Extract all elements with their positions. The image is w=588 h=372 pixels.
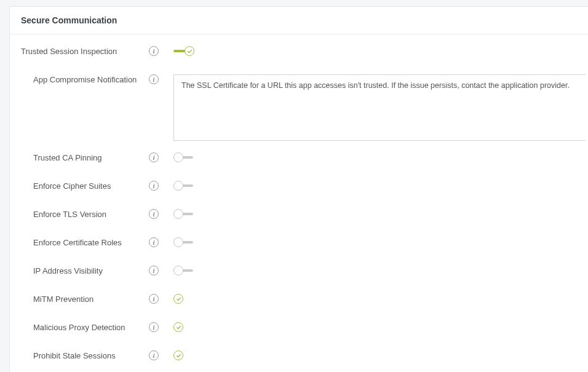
toggle-trusted-session[interactable] bbox=[173, 46, 194, 56]
toggle-malicious-proxy[interactable] bbox=[173, 322, 183, 332]
toggle-cipher-suites[interactable] bbox=[173, 181, 194, 191]
label-ip-visibility: IP Address Visibility bbox=[10, 265, 149, 275]
row-trusted-ca: Trusted CA Pinning i bbox=[10, 152, 588, 180]
info-icon[interactable]: i bbox=[149, 46, 159, 56]
label-tls-version: Enforce TLS Version bbox=[10, 208, 149, 219]
check-icon bbox=[176, 296, 181, 302]
toggle-stale-sessions[interactable] bbox=[173, 350, 183, 360]
app-compromise-textarea[interactable] bbox=[173, 74, 586, 141]
row-trusted-session: Trusted Session Inspection i bbox=[10, 46, 588, 74]
label-cipher-suites: Enforce Cipher Suites bbox=[10, 180, 149, 191]
toggle-cert-roles[interactable] bbox=[173, 237, 194, 247]
info-icon[interactable]: i bbox=[149, 237, 159, 247]
info-icon[interactable]: i bbox=[149, 350, 159, 360]
label-stale-sessions: Prohibit Stale Sessions bbox=[10, 350, 149, 360]
label-malicious-proxy: Malicious Proxy Detection bbox=[10, 322, 149, 332]
label-cert-roles: Enforce Certificate Roles bbox=[10, 237, 149, 247]
row-ip-visibility: IP Address Visibility i bbox=[10, 265, 588, 293]
panel-body: Trusted Session Inspection i bbox=[10, 34, 588, 372]
toggle-trusted-ca[interactable] bbox=[173, 152, 194, 162]
info-icon[interactable]: i bbox=[149, 152, 159, 162]
row-cipher-suites: Enforce Cipher Suites i bbox=[10, 180, 588, 208]
label-trusted-session: Trusted Session Inspection bbox=[10, 46, 149, 56]
row-malicious-proxy: Malicious Proxy Detection i bbox=[10, 322, 588, 350]
label-app-compromise: App Compromise Notification bbox=[10, 74, 149, 84]
info-icon[interactable]: i bbox=[149, 209, 159, 219]
label-mitm: MiTM Prevention bbox=[10, 293, 149, 304]
info-icon[interactable]: i bbox=[149, 322, 159, 332]
info-icon[interactable]: i bbox=[149, 294, 159, 304]
check-icon bbox=[187, 49, 193, 54]
panel-title: Secure Communication bbox=[21, 15, 577, 25]
toggle-ip-visibility[interactable] bbox=[173, 266, 194, 275]
row-stale-sessions: Prohibit Stale Sessions i bbox=[10, 350, 588, 372]
toggle-mitm[interactable] bbox=[173, 294, 183, 304]
check-icon bbox=[176, 325, 181, 330]
info-icon[interactable]: i bbox=[149, 266, 159, 275]
info-icon[interactable]: i bbox=[149, 74, 159, 84]
row-mitm: MiTM Prevention i bbox=[10, 293, 588, 322]
label-trusted-ca: Trusted CA Pinning bbox=[10, 152, 149, 162]
toggle-tls-version[interactable] bbox=[173, 209, 194, 219]
row-app-compromise: App Compromise Notification i bbox=[10, 74, 588, 141]
info-icon[interactable]: i bbox=[149, 181, 159, 191]
check-icon bbox=[176, 353, 181, 358]
panel-header: Secure Communication bbox=[10, 7, 588, 34]
row-tls-version: Enforce TLS Version i bbox=[10, 208, 588, 237]
secure-communication-panel: Secure Communication Trusted Session Ins… bbox=[9, 6, 588, 372]
row-cert-roles: Enforce Certificate Roles i bbox=[10, 237, 588, 265]
